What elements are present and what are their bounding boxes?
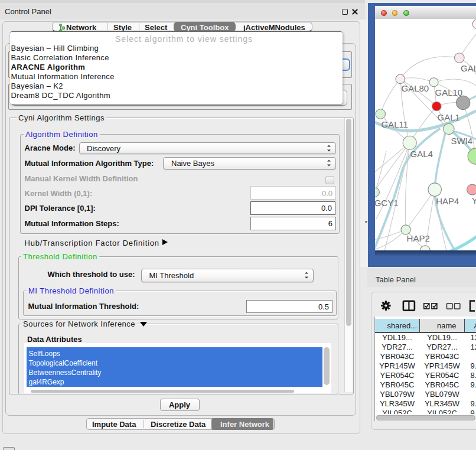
svg-text:SWI4: SWI4 <box>451 136 472 146</box>
svg-text:GAL: GAL <box>461 63 476 73</box>
svg-text:GCY1: GCY1 <box>375 198 399 208</box>
svg-text:GAL4: GAL4 <box>410 149 432 159</box>
svg-text:GAL1: GAL1 <box>437 112 459 122</box>
svg-text:HAP2: HAP2 <box>406 233 429 243</box>
svg-text:Y: Y <box>471 195 475 206</box>
svg-text:HAP4: HAP4 <box>436 196 459 206</box>
svg-text:GAL80: GAL80 <box>401 83 429 93</box>
svg-text:GAL10: GAL10 <box>435 87 462 97</box>
svg-text:GAL11: GAL11 <box>381 119 408 129</box>
